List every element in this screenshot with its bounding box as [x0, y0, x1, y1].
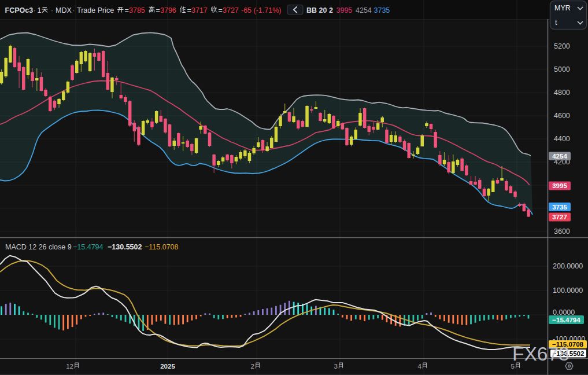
svg-text:3717: 3717: [191, 6, 208, 14]
svg-text:3735: 3735: [552, 204, 567, 211]
svg-text:=: =: [187, 6, 191, 14]
svg-text:4254: 4254: [356, 6, 372, 14]
svg-text:3: 3: [334, 363, 338, 370]
svg-text:12: 12: [66, 363, 73, 370]
svg-text:MDX: MDX: [56, 6, 72, 14]
svg-text:3735: 3735: [374, 6, 390, 14]
svg-text:3785: 3785: [129, 6, 145, 14]
svg-text:3727: 3727: [552, 214, 567, 220]
svg-text:MYR: MYR: [554, 4, 571, 12]
svg-text:·: ·: [51, 6, 53, 14]
svg-text:4800: 4800: [554, 89, 570, 97]
svg-text:FX678: FX678: [512, 343, 569, 365]
svg-text:3796: 3796: [160, 6, 176, 14]
svg-text:5: 5: [511, 363, 515, 370]
svg-text:-65 (-1.71%): -65 (-1.71%): [241, 6, 281, 14]
svg-text:=: =: [125, 6, 129, 14]
svg-text:100.0000: 100.0000: [553, 286, 583, 295]
svg-text:BB 20 2: BB 20 2: [306, 6, 333, 14]
svg-text:1: 1: [38, 6, 42, 14]
svg-text:·: ·: [34, 6, 36, 14]
svg-text:5000: 5000: [554, 65, 570, 73]
svg-text:t: t: [555, 19, 557, 27]
svg-text:−115.0708: −115.0708: [145, 243, 179, 251]
svg-text:4: 4: [418, 363, 422, 370]
svg-text:−15.4794: −15.4794: [552, 317, 580, 323]
svg-text:−15.4794: −15.4794: [73, 243, 103, 251]
svg-text:3600: 3600: [554, 227, 570, 236]
svg-text:=: =: [156, 6, 160, 14]
svg-text:0.0000: 0.0000: [553, 308, 575, 317]
svg-text:3995: 3995: [336, 6, 353, 14]
svg-text:2025: 2025: [160, 363, 175, 370]
svg-text:·: ·: [73, 6, 75, 14]
svg-text:4400: 4400: [554, 135, 570, 143]
svg-text:−130.5502: −130.5502: [108, 243, 142, 251]
svg-text:4254: 4254: [552, 153, 567, 160]
svg-text:2: 2: [251, 363, 254, 370]
svg-text:5200: 5200: [554, 42, 570, 50]
svg-text:=: =: [219, 6, 223, 14]
svg-text:4600: 4600: [554, 112, 570, 120]
svg-text:3727: 3727: [223, 6, 239, 14]
svg-text:3995: 3995: [552, 182, 567, 189]
svg-text:Trade Price: Trade Price: [77, 6, 114, 14]
svg-text:200.0000: 200.0000: [553, 262, 583, 270]
svg-text:FCPOc3: FCPOc3: [5, 6, 34, 14]
svg-text:MACD 12 26 close 9: MACD 12 26 close 9: [5, 243, 72, 251]
